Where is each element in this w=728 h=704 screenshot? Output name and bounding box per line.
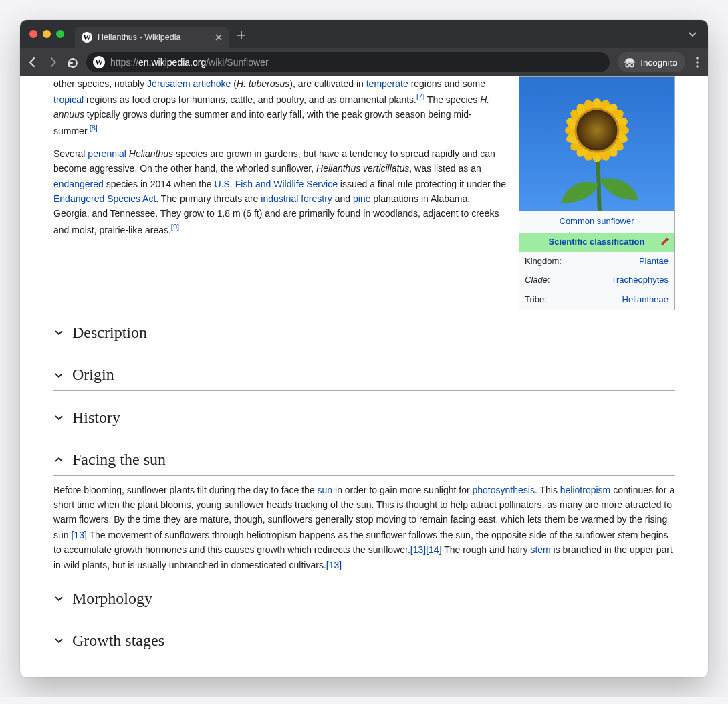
reference-13[interactable]: [13]: [410, 544, 426, 555]
link-usfws[interactable]: U.S. Fish and Wildlife Service: [215, 179, 338, 189]
lead-paragraph-2: Several perennial Helianthus species are…: [53, 146, 507, 237]
section-toggle-morphology[interactable]: Morphology: [53, 586, 675, 614]
titlebar: W Helianthus - Wikipedia: [20, 20, 708, 48]
link-endangered[interactable]: endangered: [53, 179, 104, 189]
fullscreen-window-button[interactable]: [56, 30, 64, 38]
scientific-classification-link[interactable]: Scientific classification: [549, 237, 645, 247]
section-title: Facing the sun: [72, 447, 166, 472]
svg-point-4: [696, 61, 698, 63]
section-title: Morphology: [72, 586, 152, 611]
new-tab-button[interactable]: [237, 31, 246, 40]
infobox: Common sunflower Scientific classificati…: [519, 76, 675, 310]
svg-point-5: [696, 65, 698, 67]
section-toggle-description[interactable]: Description: [53, 320, 675, 348]
site-identity-icon[interactable]: W: [93, 56, 105, 68]
section-title: Description: [72, 320, 147, 345]
chevron-down-icon: [53, 635, 64, 646]
chevron-down-icon: [53, 412, 64, 423]
edit-taxonomy-icon[interactable]: [660, 237, 670, 246]
browser-tab[interactable]: W Helianthus - Wikipedia: [75, 27, 229, 48]
incognito-label: Incognito: [640, 57, 677, 68]
infobox-image[interactable]: [519, 77, 674, 211]
svg-rect-0: [624, 62, 636, 63]
facing-paragraph: Before blooming, sunflower plants tilt d…: [53, 483, 675, 572]
link-temperate[interactable]: temperate: [366, 78, 408, 89]
section-body-facing: Before blooming, sunflower plants tilt d…: [53, 476, 675, 572]
svg-point-2: [630, 64, 634, 67]
reference-14[interactable]: [14]: [426, 544, 441, 555]
tabs-dropdown-icon[interactable]: [688, 29, 697, 39]
lead-paragraph-1: other species, notably Jerusalem articho…: [53, 76, 507, 138]
link-sun[interactable]: sun: [318, 485, 333, 495]
chevron-down-icon: [53, 370, 64, 380]
chevron-down-icon: [53, 593, 64, 604]
link-heliotropism[interactable]: heliotropism: [560, 485, 610, 495]
infobox-caption-link[interactable]: Common sunflower: [560, 216, 634, 226]
section-toggle-growth[interactable]: Growth stages: [53, 628, 675, 657]
tab-title: Helianthus - Wikipedia: [98, 33, 180, 42]
section-toggle-origin[interactable]: Origin: [53, 362, 675, 390]
reference-13[interactable]: [13]: [326, 560, 342, 570]
back-button[interactable]: [27, 56, 39, 68]
section-toggle-history[interactable]: History: [53, 404, 675, 433]
taxonomy-row: Tribe:Heliantheae: [519, 290, 674, 310]
section-growth-stages: Growth stages: [53, 628, 675, 657]
section-history: History: [53, 404, 675, 433]
reference-9[interactable]: [9]: [171, 223, 179, 231]
link-pine[interactable]: pine: [353, 193, 370, 204]
incognito-icon: [623, 55, 636, 69]
chevron-down-icon: [53, 327, 64, 338]
taxonomy-value-link[interactable]: Tracheophytes: [611, 275, 669, 285]
scientific-classification-header: Scientific classification: [519, 233, 674, 252]
taxonomy-value-link[interactable]: Plantae: [639, 256, 669, 266]
svg-point-1: [626, 64, 629, 67]
reference-13[interactable]: [13]: [71, 530, 86, 540]
link-industrial-forestry[interactable]: industrial forestry: [261, 193, 332, 204]
taxonomy-rank: Tribe:: [525, 293, 547, 307]
infobox-caption: Common sunflower: [519, 211, 674, 233]
section-origin: Origin: [53, 362, 675, 390]
address-bar[interactable]: W https://en.wikipedia.org/wiki/Sunflowe…: [86, 52, 610, 72]
section-facing-the-sun: Facing the sun Before blooming, sunflowe…: [53, 447, 675, 572]
reference-7[interactable]: [7]: [416, 92, 424, 100]
tab-favicon: W: [82, 32, 92, 43]
chevron-up-icon: [53, 454, 64, 465]
link-jerusalem-artichoke[interactable]: Jerusalem artichoke: [147, 78, 231, 89]
svg-point-3: [696, 57, 698, 59]
taxonomy-row: Kingdom:Plantae: [519, 252, 674, 271]
link-esa[interactable]: Endangered Species Act: [53, 193, 156, 204]
url-text: https://en.wikipedia.org/wiki/Sunflower: [110, 57, 269, 68]
link-stem[interactable]: stem: [530, 544, 550, 555]
link-tropical[interactable]: tropical: [53, 94, 84, 105]
close-window-button[interactable]: [29, 30, 37, 38]
section-title: History: [72, 404, 120, 430]
lead-section: other species, notably Jerusalem articho…: [53, 76, 507, 237]
reference-8[interactable]: [8]: [90, 124, 98, 132]
reload-button[interactable]: [67, 57, 78, 68]
url-bar: W https://en.wikipedia.org/wiki/Sunflowe…: [20, 48, 708, 76]
taxonomy-value-link[interactable]: Heliantheae: [622, 294, 669, 304]
incognito-badge[interactable]: Incognito: [618, 52, 685, 72]
link-perennial[interactable]: perennial: [88, 148, 126, 159]
section-title: Origin: [72, 362, 114, 387]
taxonomy-rank: Kingdom:: [525, 255, 562, 269]
page-content: Common sunflower Scientific classificati…: [20, 76, 708, 677]
section-title: Growth stages: [72, 628, 164, 653]
taxonomy-rank: Clade:: [525, 273, 550, 287]
link-photosynthesis[interactable]: photosynthesis: [473, 485, 535, 495]
section-description: Description: [53, 320, 675, 348]
minimize-window-button[interactable]: [43, 30, 51, 38]
close-tab-icon[interactable]: [215, 34, 222, 41]
browser-menu-button[interactable]: [693, 57, 701, 68]
forward-button[interactable]: [47, 56, 59, 68]
section-toggle-facing[interactable]: Facing the sun: [53, 447, 675, 475]
browser-window: W Helianthus - Wikipedia W https://en.wi…: [20, 20, 708, 677]
window-controls: [29, 30, 64, 38]
section-morphology: Morphology: [53, 586, 675, 614]
taxonomy-row: Clade:Tracheophytes: [519, 271, 674, 290]
